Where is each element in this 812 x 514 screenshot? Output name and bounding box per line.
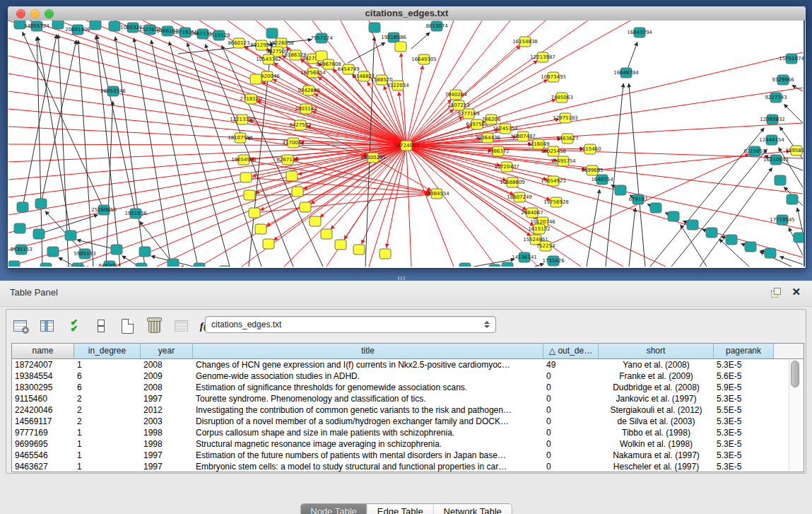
graph-node[interactable]: 9227343 — [765, 93, 787, 103]
graph-node[interactable] — [266, 28, 278, 38]
graph-node[interactable] — [90, 21, 101, 30]
graph-node[interactable]: 12093832 — [760, 115, 785, 124]
table-row[interactable]: 977716911998Corpus callosum shape and si… — [12, 427, 804, 438]
graph-node[interactable]: 19495754 — [551, 156, 576, 166]
network-window-titlebar[interactable]: citations_edges.txt — [8, 6, 806, 21]
graph-node[interactable]: 17710545 — [770, 215, 795, 225]
column-header-pagerank[interactable]: pagerank — [714, 344, 774, 358]
graph-node[interactable] — [765, 248, 776, 258]
network-canvas[interactable]: 1405572420691406106532671527602646616010… — [8, 21, 805, 267]
graph-node[interactable] — [219, 266, 230, 267]
graph-node[interactable] — [263, 239, 274, 249]
table-scrollbar[interactable] — [789, 359, 800, 471]
graph-node[interactable]: 8322034 — [387, 81, 409, 90]
graph-node[interactable]: 18107554 — [228, 133, 253, 143]
select-all-button[interactable]: ✔✔ — [64, 317, 83, 335]
graph-node[interactable] — [775, 175, 786, 185]
graph-node[interactable] — [787, 194, 798, 204]
graph-node[interactable] — [706, 228, 717, 238]
close-panel-icon[interactable]: ✕ — [792, 286, 801, 298]
graph-node[interactable] — [255, 224, 266, 234]
graph-node[interactable] — [379, 249, 391, 259]
table-options-button[interactable] — [11, 317, 29, 335]
graph-node[interactable] — [286, 171, 298, 181]
graph-node[interactable]: 14136141 — [512, 252, 537, 262]
graph-node[interactable] — [33, 229, 45, 239]
table-row[interactable]: 969969511998Structural magnetic resonanc… — [12, 438, 804, 450]
import-table-button[interactable] — [172, 317, 190, 335]
graph-node[interactable]: 7940284 — [445, 90, 467, 100]
graph-node[interactable] — [52, 21, 64, 29]
graph-node[interactable]: 10973493 — [541, 72, 566, 82]
graph-node[interactable]: 9777169 — [457, 109, 479, 119]
graph-node[interactable]: 8267130 — [276, 155, 298, 165]
graph-node[interactable]: 19384554 — [424, 189, 449, 199]
graph-node[interactable]: 1951936 — [124, 209, 147, 218]
graph-node[interactable]: 9535153 — [10, 245, 32, 255]
graph-node[interactable]: 14055724 — [24, 21, 49, 31]
graph-node[interactable]: 7485063 — [551, 93, 572, 103]
graph-node[interactable] — [502, 262, 513, 267]
table-row[interactable]: 1830029562008Estimation of significance … — [12, 382, 804, 393]
graph-node[interactable] — [745, 242, 756, 252]
graph-node[interactable]: 10688609 — [500, 177, 525, 187]
graph-node[interactable]: 20691406 — [65, 25, 90, 35]
graph-node[interactable]: 16154838 — [512, 37, 538, 47]
graph-node[interactable] — [65, 230, 76, 240]
graph-node[interactable]: 16648784 — [613, 68, 639, 78]
graph-node[interactable] — [111, 245, 122, 255]
graph-node[interactable] — [167, 259, 179, 267]
table-row[interactable]: 1872400712008Changes of HCN gene express… — [12, 359, 804, 370]
graph-node[interactable]: 12213987 — [530, 52, 555, 62]
table-row[interactable]: 911546021997Tourette syndrome. Phenomeno… — [12, 393, 804, 404]
tab-node-table[interactable]: Node Table — [300, 504, 367, 514]
graph-node[interactable]: 7957224 — [310, 33, 333, 43]
graph-node[interactable]: 19756928 — [543, 197, 569, 207]
graph-node[interactable]: 8454749 — [337, 64, 359, 74]
graph-node[interactable]: 4170044 — [282, 138, 305, 148]
graph-node[interactable] — [321, 229, 332, 239]
column-header-year[interactable]: year — [141, 344, 193, 358]
float-panel-icon[interactable] — [771, 288, 781, 297]
graph-node[interactable]: 18807249 — [507, 192, 532, 202]
column-header-out_degree[interactable]: △ out_de… — [543, 344, 599, 358]
table-row[interactable]: 946362711997Embryonic stem cells: a mode… — [12, 461, 804, 472]
graph-node[interactable]: 10025458 — [541, 146, 566, 156]
graph-node[interactable] — [615, 185, 626, 195]
graph-node[interactable]: 26053346 — [100, 86, 126, 96]
graph-node[interactable]: 12213383 — [230, 115, 255, 124]
graph-node[interactable] — [194, 263, 205, 267]
graph-node[interactable] — [136, 263, 147, 267]
table-row[interactable]: 2242004622012Investigating the contribut… — [12, 404, 804, 416]
panel-divider-grip[interactable] — [398, 276, 405, 280]
graph-node[interactable] — [353, 245, 365, 255]
graph-node[interactable]: 679197 — [629, 194, 648, 204]
show-columns-button[interactable] — [37, 317, 56, 335]
graph-node[interactable] — [369, 23, 380, 33]
column-header-title[interactable]: title — [193, 344, 543, 358]
graph-node[interactable]: 8813074 — [425, 21, 448, 31]
graph-node[interactable]: 12444154 — [759, 135, 784, 145]
tab-network-table[interactable]: Network Table — [434, 504, 512, 514]
graph-node[interactable]: 9463627 — [556, 134, 578, 144]
table-scrollbar-thumb[interactable] — [791, 361, 799, 387]
column-header-in_degree[interactable]: in_degree — [74, 344, 141, 358]
graph-node[interactable] — [310, 216, 321, 226]
graph-node[interactable] — [335, 240, 346, 250]
table-row[interactable]: 946554611997Estimation of the future num… — [12, 450, 804, 461]
graph-node[interactable]: 9329966 — [772, 75, 794, 85]
graph-node[interactable] — [489, 264, 500, 267]
graph-node[interactable] — [687, 220, 698, 230]
graph-node[interactable] — [109, 21, 120, 31]
graph-node[interactable]: 15720407 — [494, 162, 519, 172]
graph-node[interactable]: 16649305 — [411, 54, 437, 64]
graph-node[interactable]: 9699695 — [581, 165, 603, 175]
graph-node[interactable] — [250, 74, 261, 84]
table-row[interactable]: 1456911722003Disruption of a novel membe… — [12, 416, 804, 427]
graph-node[interactable] — [244, 190, 255, 200]
graph-node[interactable] — [8, 261, 20, 267]
graph-node[interactable] — [459, 263, 471, 267]
graph-node[interactable] — [726, 235, 737, 245]
graph-node[interactable] — [300, 202, 311, 212]
graph-node[interactable]: 1733426 — [542, 256, 565, 266]
